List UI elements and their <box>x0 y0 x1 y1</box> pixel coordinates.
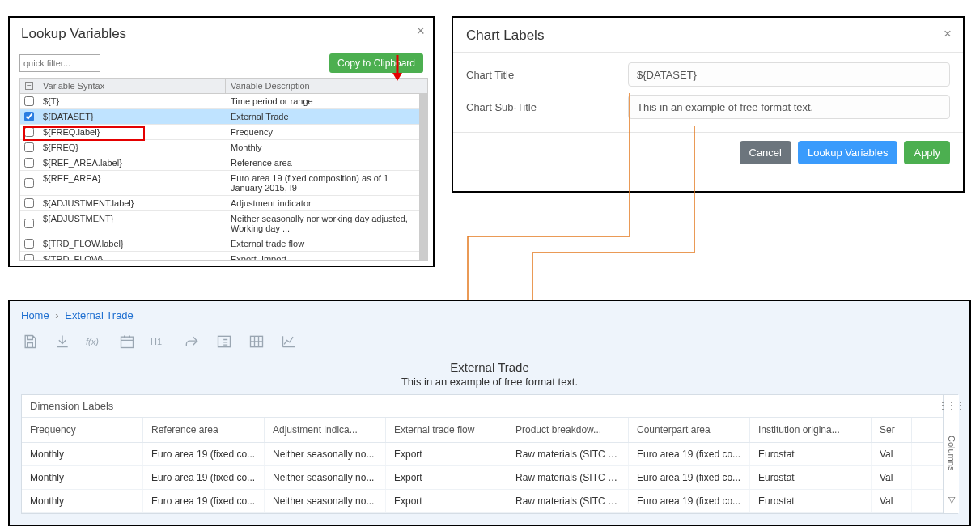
chart-preview-panel: Home › External Trade f(x) H1 External T… <box>8 300 971 526</box>
variable-syntax-cell: ${TRD_FLOW} <box>38 252 226 260</box>
filter-icon[interactable]: ▽ <box>948 495 955 505</box>
svg-text:H1: H1 <box>151 337 162 346</box>
column-header[interactable]: Reference area <box>143 418 265 442</box>
variable-description-cell: Euro area 19 (fixed composition) as of 1… <box>226 171 419 195</box>
save-icon[interactable] <box>21 333 39 351</box>
row-checkbox[interactable] <box>24 127 34 137</box>
chart-title-label: Chart Title <box>466 69 628 81</box>
table-row[interactable]: ${TRD_FLOW}Export, Import <box>20 252 419 260</box>
breadcrumb-home[interactable]: Home <box>21 309 49 321</box>
table-row[interactable]: ${ADJUSTMENT}Neither seasonally nor work… <box>20 211 419 236</box>
variable-description-cell: Export, Import <box>226 252 419 260</box>
column-header[interactable]: Frequency <box>22 418 143 442</box>
table-row[interactable]: ${TRD_FLOW.label}External trade flow <box>20 236 419 252</box>
row-checkbox[interactable] <box>24 198 34 208</box>
annotation-arrow-icon <box>390 53 405 83</box>
row-checkbox[interactable] <box>24 142 34 152</box>
table-row[interactable]: ${REF_AREA.label}Reference area <box>20 155 419 171</box>
table-row[interactable]: ${DATASET}External Trade <box>20 109 419 125</box>
chart-subtitle-input[interactable] <box>628 95 950 119</box>
variable-description-cell: Adjustment indicator <box>226 196 419 210</box>
quick-filter-input[interactable] <box>19 54 100 72</box>
table-cell: Raw materials (SITC 2 ... <box>507 490 629 512</box>
table-row[interactable]: MonthlyEuro area 19 (fixed co...Neither … <box>22 443 957 466</box>
table-cell: Euro area 19 (fixed co... <box>143 443 265 465</box>
row-checkbox[interactable] <box>24 112 34 121</box>
collapse-icon[interactable]: − <box>25 82 33 90</box>
variable-description-cell: Neither seasonally nor working day adjus… <box>226 211 419 236</box>
column-header[interactable]: Product breakdow... <box>507 418 629 442</box>
chart-subtitle-label: Chart Sub-Title <box>466 101 628 113</box>
table-row[interactable]: MonthlyEuro area 19 (fixed co...Neither … <box>22 466 957 490</box>
table-row[interactable]: MonthlyEuro area 19 (fixed co...Neither … <box>22 490 957 513</box>
variable-description-cell: Frequency <box>226 125 419 139</box>
heading-icon[interactable]: H1 <box>151 333 168 351</box>
table-row[interactable]: ${ADJUSTMENT.label}Adjustment indicator <box>20 196 419 211</box>
variable-description-cell: Reference area <box>226 155 419 170</box>
col-header-syntax[interactable]: Variable Syntax <box>38 79 226 93</box>
table-cell: Neither seasonally no... <box>265 443 386 465</box>
apply-button[interactable]: Apply <box>904 141 950 164</box>
column-header[interactable]: Institution origina... <box>750 418 872 442</box>
chart-title-input[interactable] <box>628 62 950 87</box>
table-row[interactable]: ${REF_AREA}Euro area 19 (fixed compositi… <box>20 171 419 196</box>
row-checkbox[interactable] <box>24 158 34 168</box>
row-checkbox[interactable] <box>24 219 34 228</box>
table-cell: Neither seasonally no... <box>265 490 386 512</box>
lookup-variables-button[interactable]: Lookup Variables <box>798 141 898 164</box>
table-row[interactable]: ${FREQ}Monthly <box>20 140 419 155</box>
table-cell: Monthly <box>22 466 143 489</box>
table-row[interactable]: ${FREQ.label}Frequency <box>20 125 419 140</box>
grid-section-label: Dimension Labels <box>22 395 957 418</box>
calendar-icon[interactable] <box>118 333 136 351</box>
column-header[interactable]: External trade flow <box>386 418 507 442</box>
close-icon[interactable]: × <box>944 26 952 42</box>
variable-syntax-cell: ${T} <box>38 94 226 108</box>
column-header[interactable]: Adjustment indica... <box>265 418 386 442</box>
column-header[interactable]: Ser <box>872 418 912 442</box>
column-header[interactable]: Counterpart area <box>629 418 750 442</box>
table-cell: Eurostat <box>750 443 872 465</box>
variable-syntax-cell: ${ADJUSTMENT.label} <box>38 196 226 210</box>
table-row[interactable]: ${T}Time period or range <box>20 94 419 109</box>
list-icon[interactable] <box>215 333 233 351</box>
row-checkbox[interactable] <box>24 254 34 260</box>
table-cell: Export <box>386 490 507 512</box>
share-icon[interactable] <box>183 333 201 351</box>
table-cell: Raw materials (SITC 2 ... <box>507 466 629 489</box>
breadcrumb-page[interactable]: External Trade <box>65 309 134 321</box>
table-cell: Val <box>872 466 912 489</box>
chevron-right-icon: › <box>55 309 58 321</box>
function-icon[interactable]: f(x) <box>86 333 104 351</box>
grid-icon[interactable] <box>248 333 265 351</box>
table-cell: Eurostat <box>750 490 872 512</box>
row-checkbox[interactable] <box>24 239 34 249</box>
menu-icon[interactable]: ⋮⋮⋮ <box>938 400 965 411</box>
chart-icon[interactable] <box>280 333 298 351</box>
variable-description-cell: Time period or range <box>226 94 419 108</box>
table-cell: Euro area 19 (fixed co... <box>143 466 265 489</box>
variable-syntax-cell: ${FREQ} <box>38 140 226 155</box>
chart-labels-title: Chart Labels <box>466 28 544 43</box>
copy-to-clipboard-button[interactable]: Copy to Clipboard <box>329 53 423 73</box>
lookup-title: Lookup Variables <box>21 26 126 41</box>
cancel-button[interactable]: Cancel <box>740 141 791 164</box>
table-cell: Raw materials (SITC 2 ... <box>507 443 629 465</box>
download-icon[interactable] <box>53 333 71 351</box>
rendered-chart-title: External Trade <box>10 360 969 374</box>
svg-marker-1 <box>392 73 402 81</box>
columns-tab-label[interactable]: Columns <box>947 436 957 470</box>
variable-syntax-cell: ${REF_AREA.label} <box>38 155 226 170</box>
close-icon[interactable]: × <box>416 23 425 40</box>
table-cell: Euro area 19 (fixed co... <box>629 466 750 489</box>
columns-side-panel[interactable]: ⋮⋮⋮ Columns ▽ <box>943 395 959 513</box>
row-checkbox[interactable] <box>24 96 34 106</box>
table-cell: Val <box>872 443 912 465</box>
variable-syntax-cell: ${DATASET} <box>38 109 226 124</box>
table-cell: Euro area 19 (fixed co... <box>629 490 750 512</box>
svg-text:f(x): f(x) <box>86 337 99 346</box>
table-cell: Eurostat <box>750 466 872 489</box>
svg-rect-3 <box>121 337 134 347</box>
row-checkbox[interactable] <box>24 178 34 188</box>
variable-description-cell: Monthly <box>226 140 419 155</box>
